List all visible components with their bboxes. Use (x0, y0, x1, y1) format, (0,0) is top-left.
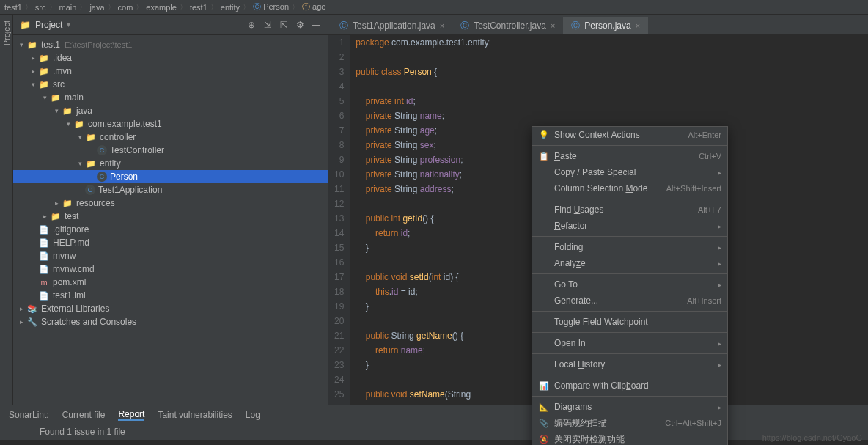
tree-node[interactable]: 📄HELP.md (13, 236, 328, 249)
tool-tab[interactable]: Taint vulnerabilities (158, 410, 232, 420)
tree-label: .mvn (53, 66, 72, 76)
breadcrumb-item[interactable]: java (89, 3, 104, 12)
class-icon: C (85, 185, 95, 195)
file-icon: 📄 (38, 263, 50, 275)
tree-node[interactable]: 📄mvnw.cmd (13, 262, 328, 276)
file-icon: 📄 (38, 290, 50, 301)
menu-icon: 💡 (538, 130, 550, 140)
context-menu-item[interactable]: Analyze▸ (532, 255, 727, 271)
file-icon: 📄 (38, 224, 50, 235)
tree-node[interactable]: CPerson (13, 170, 328, 183)
expand-icon[interactable]: ⇲ (262, 19, 273, 31)
menu-icon: 📎 (538, 419, 550, 428)
editor-tabs: ⒸTest1Application.java×ⒸTestController.j… (328, 15, 868, 35)
editor-tab[interactable]: ⒸPerson.java× (563, 17, 648, 34)
tree-node[interactable]: 📄mvnw (13, 249, 328, 262)
project-dropdown-icon[interactable]: ▾ (67, 21, 70, 29)
tree-node[interactable]: CTestController (13, 144, 328, 157)
context-menu-item[interactable]: 📊Compare with Clipboard (532, 378, 727, 394)
breadcrumb-item[interactable]: Ⓒ Person (253, 1, 289, 12)
editor-tab[interactable]: ⒸTestController.java× (452, 17, 563, 34)
tree-node[interactable]: 📁test1E:\testProject\test1 (13, 38, 328, 51)
settings-icon[interactable]: ⚙ (294, 19, 306, 31)
tree-node[interactable]: 📁entity (13, 157, 328, 170)
breadcrumb-item[interactable]: main (59, 3, 77, 12)
tool-tab[interactable]: Log (246, 410, 260, 420)
breadcrumb-item[interactable]: test1 (4, 3, 22, 12)
tool-tab[interactable]: Current file (62, 410, 106, 420)
folder-icon: 🔧 (26, 316, 38, 328)
context-menu-item[interactable]: 🔕关闭实时检测功能 (532, 431, 727, 445)
context-menu-item[interactable]: Toggle Field Watchpoint (532, 314, 727, 330)
folder-icon: 📁 (38, 52, 50, 64)
tree-label: entity (100, 158, 121, 169)
file-icon: 📄 (38, 250, 50, 262)
tree-label: pom.xml (53, 277, 86, 287)
menu-icon: 📊 (538, 381, 550, 391)
context-menu-item[interactable]: 📋PasteCtrl+V (532, 148, 727, 164)
context-menu-item[interactable]: Open In▸ (532, 335, 727, 351)
class-icon: C (97, 172, 107, 182)
tree-node[interactable]: 📁.idea (13, 51, 328, 65)
tree-node[interactable]: 📁com.example.test1 (13, 117, 328, 130)
code-lines[interactable]: package com.example.test1.entity; public… (350, 35, 491, 405)
context-menu-item[interactable]: 💡Show Context ActionsAlt+Enter (532, 127, 727, 143)
context-menu-item[interactable]: Refactor▸ (532, 218, 727, 234)
tree-label: src (53, 79, 65, 89)
tree-node[interactable]: 📁test (13, 210, 328, 223)
tree-label: Scratches and Consoles (41, 317, 136, 327)
context-menu[interactable]: 💡Show Context ActionsAlt+Enter📋PasteCtrl… (532, 126, 728, 445)
tool-tab[interactable]: Report (118, 409, 144, 421)
breadcrumb-item[interactable]: ⓕ age (302, 1, 326, 12)
locate-icon[interactable]: ⊕ (246, 19, 257, 31)
tool-tab[interactable]: SonarLint: (9, 410, 49, 420)
close-icon[interactable]: × (440, 21, 444, 30)
project-tab-vertical[interactable]: Project (2, 21, 11, 45)
folder-open-icon: 📁 (85, 131, 97, 143)
class-icon: Ⓒ (460, 20, 469, 32)
context-menu-item[interactable]: 📐Diagrams▸ (532, 399, 727, 415)
context-menu-item[interactable]: Generate...Alt+Insert (532, 293, 727, 309)
breadcrumb-item[interactable]: entity (221, 3, 240, 12)
project-tree[interactable]: 📁test1E:\testProject\test1📁.idea📁.mvn📁sr… (13, 35, 328, 405)
m-icon: m (38, 276, 50, 288)
collapse-icon[interactable]: ⇱ (278, 19, 290, 31)
menu-icon: 📐 (538, 402, 550, 412)
tree-node[interactable]: 🔧Scratches and Consoles (13, 315, 328, 328)
file-icon: 📄 (38, 237, 50, 249)
context-menu-item[interactable]: Column Selection ModeAlt+Shift+Insert (532, 180, 727, 196)
tree-label: TestController (110, 145, 164, 155)
tree-node[interactable]: 📁src (13, 78, 328, 91)
tree-node[interactable]: mpom.xml (13, 276, 328, 289)
context-menu-item[interactable]: Find UsagesAlt+F7 (532, 202, 727, 218)
breadcrumb-item[interactable]: example (146, 3, 177, 12)
tree-label: test1.iml (53, 290, 86, 301)
context-menu-item[interactable]: Go To▸ (532, 276, 727, 293)
tree-node[interactable]: 📁resources (13, 196, 328, 210)
context-menu-item[interactable]: 📎编码规约扫描Ctrl+Alt+Shift+J (532, 415, 727, 431)
menu-icon: 📋 (538, 152, 550, 161)
hide-icon[interactable]: — (310, 19, 322, 31)
context-menu-item[interactable]: Folding▸ (532, 239, 727, 255)
close-icon[interactable]: × (551, 21, 555, 30)
tree-node[interactable]: CTest1Application (13, 183, 328, 196)
class-icon: C (97, 145, 107, 155)
context-menu-item[interactable]: Local History▸ (532, 356, 727, 372)
tree-label: test (65, 211, 78, 221)
editor-tab[interactable]: ⒸTest1Application.java× (331, 17, 452, 34)
close-icon[interactable]: × (636, 21, 640, 30)
context-menu-item[interactable]: Copy / Paste Special▸ (532, 164, 727, 180)
tree-label: test1 (41, 40, 60, 50)
tree-node[interactable]: 📁main (13, 91, 328, 104)
tree-label: controller (100, 132, 136, 142)
tree-node[interactable]: 📄test1.iml (13, 289, 328, 302)
breadcrumb-item[interactable]: src (35, 3, 46, 12)
tree-label: java (76, 106, 92, 116)
tree-node[interactable]: 📚External Libraries (13, 302, 328, 315)
tree-node[interactable]: 📁controller (13, 130, 328, 144)
tree-node[interactable]: 📁java (13, 104, 328, 117)
tree-node[interactable]: 📄.gitignore (13, 223, 328, 236)
tree-node[interactable]: 📁.mvn (13, 65, 328, 78)
breadcrumb-item[interactable]: test1 (190, 3, 207, 12)
breadcrumb-item[interactable]: com (118, 3, 133, 12)
